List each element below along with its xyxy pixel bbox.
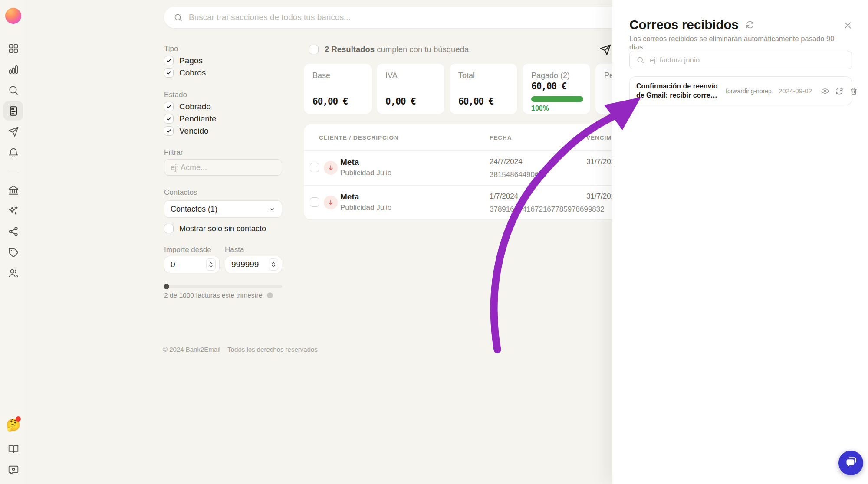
chat-bubbles-icon: [845, 456, 858, 470]
share-icon: [8, 226, 19, 237]
amount-from-input[interactable]: [171, 260, 206, 269]
sidebar-item-tags[interactable]: [3, 242, 23, 262]
client-name: Meta: [340, 192, 359, 202]
search-icon: [636, 56, 644, 64]
arrow-down-icon: [327, 199, 334, 206]
client-description: Publicidad Julio: [340, 203, 391, 212]
sidebar-item-profile[interactable]: 🤔: [3, 415, 23, 435]
send-results-button[interactable]: [597, 42, 614, 58]
results-header: 2 Resultados cumplen con tu búsqueda.: [309, 45, 471, 54]
paid-progress-label: 100%: [531, 105, 549, 112]
summary-card-pagado: Pagado (2) 60,00 € 100%: [523, 64, 590, 114]
filter-checkbox-cobrado[interactable]: Cobrado: [164, 102, 211, 111]
invoice-quota-slider[interactable]: [164, 285, 282, 288]
card-label: Total: [458, 71, 475, 80]
open-book-icon: [8, 444, 19, 455]
email-subject: Confirmación de reenvío de Gmail: recibi…: [636, 82, 721, 100]
payment-type-badge: [324, 196, 338, 209]
chevron-down-icon: [268, 205, 276, 213]
sidebar-divider: [7, 173, 19, 173]
number-stepper[interactable]: [269, 258, 278, 271]
delete-email-button[interactable]: [849, 87, 858, 95]
sidebar: 🤔: [0, 0, 26, 484]
sidebar-item-banks[interactable]: [3, 180, 23, 199]
summary-card-iva: IVA 0,00 €: [377, 64, 444, 114]
filter-group-label-tipo: Tipo: [164, 45, 178, 53]
info-icon[interactable]: [266, 292, 273, 299]
trash-icon: [849, 87, 858, 95]
bar-chart-icon: [8, 64, 19, 75]
sidebar-item-dashboard[interactable]: [3, 39, 23, 58]
checkbox-checked[interactable]: [164, 68, 174, 78]
users-icon: [8, 268, 19, 279]
sidebar-item-share[interactable]: [3, 222, 23, 241]
close-drawer-button[interactable]: [842, 20, 853, 31]
card-value: 60,00 €: [312, 96, 348, 107]
paid-progress-bar: [531, 96, 583, 102]
sidebar-item-send[interactable]: [3, 122, 23, 141]
results-count: 2 Resultados: [325, 45, 375, 54]
transaction-reference: 38154864490651: [490, 170, 547, 179]
checkbox-label: Cobros: [179, 68, 206, 78]
checkbox-checked[interactable]: [164, 56, 174, 65]
sidebar-item-docs[interactable]: [3, 439, 23, 459]
column-header-fecha: FECHA: [490, 134, 512, 141]
payment-type-badge: [324, 161, 338, 175]
card-value: 0,00 €: [385, 96, 416, 107]
sidebar-item-analytics[interactable]: [3, 59, 23, 79]
arrow-down-icon: [327, 164, 334, 171]
filter-checkbox-pagos[interactable]: Pagos: [164, 56, 203, 65]
refresh-emails-button[interactable]: [745, 20, 755, 29]
row-checkbox[interactable]: [310, 197, 319, 207]
amount-to-input[interactable]: [231, 260, 269, 269]
sidebar-item-ai[interactable]: [3, 201, 23, 220]
column-header-cliente: CLIENTE / DESCRIPCION: [319, 134, 399, 141]
quota-caption: 2 de 1000 facturas este trimestre: [164, 291, 273, 299]
chat-widget-button[interactable]: [838, 451, 863, 475]
results-summary-rest: cumplen con tu búsqueda.: [375, 45, 471, 54]
bell-icon: [8, 147, 19, 158]
amount-to-label: Hasta: [225, 245, 244, 254]
summary-card-base: Base 60,00 €: [304, 64, 372, 114]
transaction-reference: 3789168741672167785978699832: [490, 205, 605, 214]
amount-to-field: [225, 256, 282, 273]
checkbox-checked[interactable]: [164, 126, 174, 136]
contacts-select-value: Contactos (1): [171, 205, 217, 214]
footer-copyright: © 2024 Bank2Email – Todos los derechos r…: [163, 346, 318, 353]
checkbox-label: Pagos: [179, 56, 203, 65]
card-label: Pagado (2): [531, 71, 570, 80]
contacts-select[interactable]: Contactos (1): [164, 200, 282, 218]
checkbox-label: Pendiente: [179, 114, 217, 124]
filter-checkbox-pendiente[interactable]: Pendiente: [164, 114, 217, 124]
filter-checkbox-cobros[interactable]: Cobros: [164, 68, 206, 78]
invoice-document-icon: [8, 105, 19, 117]
checkbox-checked[interactable]: [164, 102, 174, 111]
number-stepper[interactable]: [206, 258, 216, 271]
checkbox-label: Vencido: [179, 126, 209, 136]
reprocess-email-button[interactable]: [835, 87, 844, 95]
sidebar-item-notifications[interactable]: [3, 143, 23, 162]
filter-checkbox-sin-contacto[interactable]: Mostrar solo sin contacto: [164, 224, 266, 233]
amount-from-field: [164, 256, 220, 273]
sidebar-item-search[interactable]: [3, 80, 23, 100]
checkbox-unchecked[interactable]: [164, 224, 174, 233]
sidebar-item-feedback[interactable]: [3, 460, 23, 480]
bank-icon: [8, 184, 19, 196]
filter-text-input[interactable]: [164, 159, 282, 176]
drawer-subtitle: Los correos recibidos se eliminarán auto…: [629, 35, 846, 51]
slider-handle[interactable]: [164, 284, 169, 289]
row-checkbox[interactable]: [310, 163, 319, 172]
chat-heart-icon: [8, 464, 19, 476]
filter-checkbox-vencido[interactable]: Vencido: [164, 126, 209, 136]
view-email-button[interactable]: [821, 87, 829, 95]
email-search-input[interactable]: [650, 56, 845, 65]
app-logo[interactable]: [5, 8, 21, 24]
amount-from-label: Importe desde: [164, 245, 211, 254]
email-list-item[interactable]: Confirmación de reenvío de Gmail: recibi…: [629, 76, 852, 105]
app-window: 🤔 Tipo Pagos Cobros Estado Cobrado Pendi…: [0, 0, 868, 484]
sidebar-item-contacts[interactable]: [3, 263, 23, 283]
select-all-checkbox[interactable]: [309, 45, 319, 54]
filter-group-label-contactos: Contactos: [164, 188, 197, 197]
sidebar-item-invoices[interactable]: [3, 101, 23, 121]
checkbox-checked[interactable]: [164, 114, 174, 124]
